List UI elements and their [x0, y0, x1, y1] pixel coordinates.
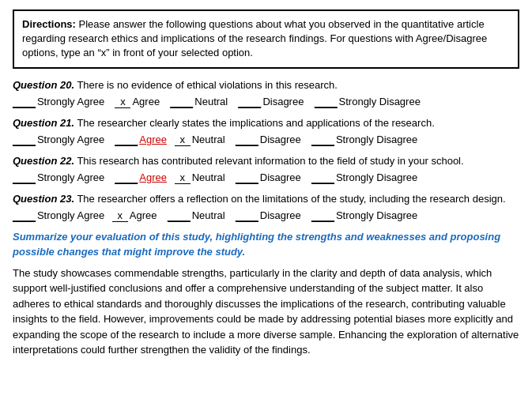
question-20-answers: ____ Strongly Agree x Agree ____ Neutral… — [13, 96, 519, 108]
q23-option-strongly-agree: ____ Strongly Agree — [13, 209, 104, 222]
q20-option-agree: x Agree — [109, 96, 160, 108]
q20-blank-strongly-agree: ____ — [13, 96, 36, 108]
summary-body: The study showcases commendable strength… — [13, 266, 519, 358]
q20-label-strongly-disagree: Strongly Disagree — [339, 96, 421, 107]
q20-option-strongly-agree: ____ Strongly Agree — [13, 96, 104, 108]
q23-label-agree: Agree — [130, 209, 157, 221]
q20-blank-agree: x — [115, 96, 130, 108]
q21-label-disagree: Disagree — [260, 134, 301, 145]
directions-text: Please answer the following questions ab… — [22, 18, 487, 58]
q22-option-agree: ____ Agree — [109, 171, 167, 184]
question-22-body: This research has contributed relevant i… — [74, 155, 464, 167]
q22-label-disagree: Disagree — [260, 171, 301, 183]
q22-label-agree: Agree — [139, 171, 167, 183]
question-21-block: Question 21. The researcher clearly stat… — [13, 116, 519, 146]
q23-blank-strongly-disagree: ____ — [311, 209, 334, 222]
q22-label-neutral: Neutral — [192, 171, 225, 183]
question-23-answers: ____ Strongly Agree x Agree ____ Neutral… — [13, 209, 519, 222]
q20-option-strongly-disagree: ____ Strongly Disagree — [308, 96, 420, 108]
q20-label-disagree: Disagree — [262, 96, 304, 107]
q23-option-strongly-disagree: ____ Strongly Disagree — [306, 209, 417, 222]
summarize-heading: Summarize your evaluation of this study,… — [13, 230, 519, 258]
directions-box: Directions: Please answer the following … — [13, 9, 519, 69]
q21-option-disagree: ____ Disagree — [230, 134, 301, 146]
q21-option-strongly-disagree: ____ Strongly Disagree — [306, 134, 417, 146]
q21-option-neutral: x Neutral — [172, 134, 225, 146]
directions-bold-label: Directions: — [22, 18, 76, 30]
q22-blank-strongly-disagree: ____ — [311, 171, 334, 184]
q22-option-strongly-disagree: ____ Strongly Disagree — [306, 171, 417, 184]
q20-label-strongly-agree: Strongly Agree — [37, 96, 104, 107]
q20-label-agree: Agree — [132, 96, 160, 107]
q23-label-strongly-agree: Strongly Agree — [37, 209, 104, 221]
q23-label-disagree: Disagree — [260, 209, 301, 221]
q21-label-agree: Agree — [139, 134, 167, 145]
q23-option-agree: x Agree — [109, 209, 157, 222]
q21-label-strongly-disagree: Strongly Disagree — [336, 134, 417, 145]
question-22-block: Question 22. This research has contribut… — [13, 154, 519, 184]
q22-blank-agree: ____ — [115, 171, 138, 184]
q20-blank-neutral: ____ — [170, 96, 193, 108]
q23-option-neutral: ____ Neutral — [162, 209, 225, 222]
q21-blank-strongly-disagree: ____ — [311, 134, 334, 146]
question-21-text: Question 21. The researcher clearly stat… — [13, 116, 519, 130]
q21-label-strongly-agree: Strongly Agree — [37, 134, 104, 145]
q22-option-strongly-agree: ____ Strongly Agree — [13, 171, 104, 184]
q22-option-disagree: ____ Disagree — [230, 171, 301, 184]
question-20-body: There is no evidence of ethical violatio… — [74, 79, 338, 91]
q23-label-strongly-disagree: Strongly Disagree — [336, 209, 417, 221]
q20-label-neutral: Neutral — [194, 96, 228, 107]
question-22-label: Question 22. — [13, 155, 74, 167]
q20-option-disagree: ____ Disagree — [232, 96, 304, 108]
q23-option-disagree: ____ Disagree — [230, 209, 301, 222]
q22-label-strongly-disagree: Strongly Disagree — [336, 171, 417, 183]
question-22-answers: ____ Strongly Agree ____ Agree x Neutral… — [13, 171, 519, 184]
question-23-label: Question 23. — [13, 193, 74, 205]
question-22-text: Question 22. This research has contribut… — [13, 154, 519, 168]
question-21-label: Question 21. — [13, 117, 74, 129]
question-20-label: Question 20. — [13, 79, 74, 91]
q21-blank-disagree: ____ — [236, 134, 258, 146]
q22-blank-neutral: x — [175, 171, 191, 184]
q21-blank-neutral: x — [175, 134, 191, 146]
q20-blank-disagree: ____ — [238, 96, 261, 108]
q23-blank-agree: x — [112, 209, 128, 222]
q20-option-neutral: ____ Neutral — [164, 96, 228, 108]
question-21-body: The researcher clearly states the implic… — [74, 117, 435, 129]
question-23-body: The researcher offers a reflection on th… — [74, 193, 506, 205]
question-20-block: Question 20. There is no evidence of eth… — [13, 78, 519, 108]
question-20-text: Question 20. There is no evidence of eth… — [13, 78, 519, 92]
question-21-answers: ____ Strongly Agree ____ Agree x Neutral… — [13, 134, 519, 146]
q22-blank-disagree: ____ — [236, 171, 258, 184]
q21-option-agree: ____ Agree — [109, 134, 167, 146]
question-23-block: Question 23. The researcher offers a ref… — [13, 192, 519, 222]
q22-option-neutral: x Neutral — [172, 171, 225, 184]
q23-blank-strongly-agree: ____ — [13, 209, 36, 222]
q23-blank-neutral: ____ — [168, 209, 191, 222]
q20-blank-strongly-disagree: ____ — [315, 96, 338, 108]
q23-blank-disagree: ____ — [236, 209, 258, 222]
q21-option-strongly-agree: ____ Strongly Agree — [13, 134, 104, 146]
q21-label-neutral: Neutral — [192, 134, 225, 145]
q22-blank-strongly-agree: ____ — [13, 171, 36, 184]
q21-blank-agree: ____ — [115, 134, 138, 146]
q22-label-strongly-agree: Strongly Agree — [37, 171, 104, 183]
q21-blank-strongly-agree: ____ — [13, 134, 36, 146]
q23-label-neutral: Neutral — [192, 209, 225, 221]
question-23-text: Question 23. The researcher offers a ref… — [13, 192, 519, 206]
